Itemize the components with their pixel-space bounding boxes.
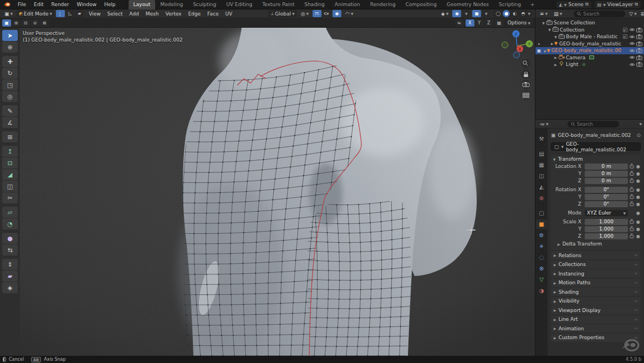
hide-eye-toggle[interactable]	[628, 54, 636, 60]
lock-icon[interactable]	[628, 193, 636, 200]
properties-tab[interactable]: ◫	[536, 171, 547, 181]
outliner-search[interactable]	[574, 11, 625, 17]
viewport-menu-item[interactable]: View	[85, 11, 104, 17]
workspace-tab[interactable]: Modeling	[155, 0, 188, 9]
collapsed-panel-header[interactable]: ▶ Collections ≡	[551, 260, 641, 269]
expand-chevron-icon[interactable]: ▼	[547, 28, 552, 32]
animate-dot[interactable]: ●	[636, 171, 641, 176]
collapse-chevron-icon[interactable]: ▶	[553, 63, 558, 67]
show-gizmo-dropdown[interactable]: ◈▼	[439, 10, 451, 17]
render-visibility-toggle[interactable]	[636, 27, 643, 33]
mirror-axis-button[interactable]: Y	[475, 19, 484, 27]
toggle-xray-button[interactable]: ▣	[472, 10, 481, 17]
value-field[interactable]: 1.000	[585, 219, 628, 225]
add-workspace-button[interactable]: +	[527, 0, 538, 9]
snap-settings-dropdown[interactable]: ⑆▼	[322, 10, 331, 17]
properties-tab[interactable]: ▢	[536, 208, 547, 218]
tool-settings-icon[interactable]: ▦	[495, 19, 504, 27]
outliner-row[interactable]: ▼ Body Male - Realistic ✓	[535, 33, 644, 40]
new-collection-button[interactable]: ⊞	[641, 11, 644, 17]
collapsed-panel-header[interactable]: ▶ Motion Paths ≡	[551, 279, 641, 287]
properties-tab[interactable]: ▦	[536, 160, 547, 170]
show-overlays-toggle[interactable]: ◉	[452, 10, 461, 17]
animate-dot[interactable]: ●	[636, 187, 641, 192]
viewport-menu-item[interactable]: Edge	[185, 11, 204, 17]
shading-material-button[interactable]: ◐	[511, 10, 518, 17]
menubar-item[interactable]: Render	[48, 1, 73, 8]
workspace-tab[interactable]: Animation	[330, 0, 365, 9]
hide-eye-toggle[interactable]	[628, 27, 636, 33]
value-field[interactable]: 0 m	[585, 178, 628, 184]
camera-view-button[interactable]	[522, 80, 531, 90]
toolbar-tool[interactable]: ⊞	[2, 131, 18, 142]
animate-dot[interactable]: ●	[636, 164, 641, 169]
orientation-selector[interactable]: ⊥ Global▼	[268, 10, 297, 17]
value-field[interactable]: 0°	[585, 187, 628, 193]
overlays-dropdown[interactable]: ▼	[462, 10, 471, 17]
animate-dot[interactable]: ●	[636, 178, 641, 183]
properties-tab[interactable]: ▽	[536, 275, 547, 284]
animate-dot[interactable]: ●	[636, 211, 641, 216]
toolbar-tool[interactable]: ∡	[2, 117, 18, 128]
toolbar-tool[interactable]: ➤	[2, 30, 18, 41]
outliner-row[interactable]: ▶ ▼ GEO-body_male_realistic ✓	[535, 40, 644, 48]
lock-icon[interactable]	[628, 233, 636, 239]
toolbar-tool[interactable]: ↥	[2, 146, 18, 157]
viewport-menu-item[interactable]: Add	[126, 11, 142, 17]
animate-dot[interactable]: ●	[636, 227, 641, 232]
toolbar-tool[interactable]: ✚	[2, 56, 18, 67]
select-tool-mode-button[interactable]: ▣	[2, 19, 11, 27]
collapse-chevron-icon[interactable]: ▶	[553, 55, 558, 59]
workspace-tab[interactable]: Texture Paint	[257, 0, 299, 9]
new-view-layer-icon[interactable]: ⧉	[635, 2, 638, 7]
collapsed-panel-header[interactable]: ▶ Line Art ≡	[551, 315, 641, 324]
outliner-row[interactable]: ▶ Light ◎ ✓	[535, 61, 644, 68]
toolbar-tool[interactable]: ◫	[2, 181, 18, 192]
editor-type-selector[interactable]: ≔▼	[538, 120, 551, 127]
workspace-tab[interactable]: Sculpting	[188, 0, 221, 9]
menubar-item[interactable]: Edit	[30, 1, 47, 8]
pivot-point-selector[interactable]: ◎▼	[299, 10, 311, 17]
outliner-row[interactable]: ▼ Scene Collection ✓	[535, 19, 644, 27]
orthographic-toggle-button[interactable]	[522, 91, 531, 100]
mirror-axis-button[interactable]: Z	[484, 19, 493, 27]
properties-tab[interactable]: ◭	[536, 182, 547, 192]
exclude-checkbox[interactable]: ✓	[621, 34, 628, 40]
view-layer-selector[interactable]: ▤▼ ViewLayer ⧉	[595, 1, 641, 8]
workspace-tab[interactable]: Compositing	[401, 0, 442, 9]
workspace-tab[interactable]: Layout	[129, 0, 156, 9]
mode-selector[interactable]: ◩ Edit Mode▼	[17, 10, 54, 17]
face-select-button[interactable]: ▰	[75, 10, 84, 17]
workspace-tab[interactable]: UV Editing	[221, 0, 257, 9]
toolbar-tool[interactable]: ⇕	[2, 259, 18, 270]
gizmo-minus-z-ball[interactable]	[514, 52, 520, 58]
select-tool-mode-button[interactable]: ⊘	[30, 19, 39, 27]
exclude-checkbox[interactable]: ✓	[621, 27, 628, 33]
hide-eye-toggle[interactable]	[628, 48, 636, 54]
toolbar-tool[interactable]: ⊡	[2, 157, 18, 168]
toolbar-tool[interactable]: ◎	[2, 91, 18, 102]
select-tool-mode-button[interactable]: ⊟	[21, 19, 30, 27]
gizmo-minus-y-ball[interactable]	[502, 42, 508, 48]
proportional-editing-toggle[interactable]: ◉	[333, 10, 341, 17]
collapsed-panel-header[interactable]: ▶ Viewport Display ≡	[551, 306, 641, 314]
collapsed-panel-header[interactable]: ▶ Shading ≡	[551, 288, 641, 296]
value-field[interactable]: 0 m	[585, 163, 628, 170]
shading-solid-button[interactable]: ●	[503, 10, 510, 17]
lock-icon[interactable]	[628, 177, 636, 184]
toolbar-tool[interactable]: ↻	[2, 68, 18, 79]
toolbar-tool[interactable]: ▰	[2, 270, 18, 282]
animate-dot[interactable]: ●	[636, 234, 641, 239]
value-field[interactable]: 0°	[585, 201, 628, 207]
lock-icon[interactable]	[628, 186, 636, 193]
properties-tab[interactable]: ◑	[536, 286, 547, 295]
properties-tab[interactable]: ■	[536, 219, 547, 229]
workspace-tab[interactable]: Scripting	[494, 0, 526, 9]
animate-dot[interactable]: ●	[636, 195, 641, 200]
value-field[interactable]: 1.000	[585, 226, 628, 232]
properties-tab[interactable]: ⊗	[536, 264, 547, 273]
collapsed-panel-header[interactable]: ▶ Animation ≡	[551, 324, 641, 333]
pan-hand-button[interactable]	[522, 70, 531, 79]
render-visibility-toggle[interactable]	[636, 48, 643, 54]
mode-dropdown[interactable]: XYZ Euler▼	[585, 210, 628, 216]
